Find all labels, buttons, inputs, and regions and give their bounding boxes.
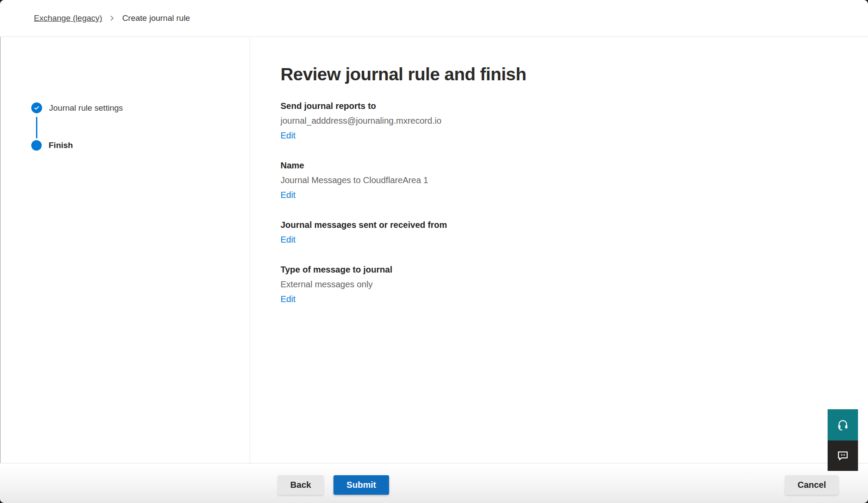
top-bar: Exchange (legacy) Create journal rule xyxy=(0,0,868,37)
step-completed-check-icon xyxy=(31,102,42,113)
section-label: Journal messages sent or received from xyxy=(281,220,842,230)
edit-send-journal-reports-link[interactable]: Edit xyxy=(281,131,295,141)
feedback-button[interactable] xyxy=(828,441,858,471)
page-title: Review journal rule and finish xyxy=(281,64,842,85)
step-connector-line xyxy=(36,117,37,138)
wizard-step-finish[interactable]: Finish xyxy=(31,140,73,151)
headset-icon xyxy=(836,418,849,431)
breadcrumb-create-journal-rule: Create journal rule xyxy=(122,13,190,23)
step-current-dot-icon xyxy=(31,140,42,151)
section-label: Name xyxy=(281,161,842,171)
submit-button[interactable]: Submit xyxy=(333,475,389,495)
section-journal-messages-sent-or-received: Journal messages sent or received from E… xyxy=(281,220,842,245)
exchange-admin-window: Exchange (legacy) Create journal rule Jo… xyxy=(0,0,868,503)
section-name: Name Journal Messages to CloudflareArea … xyxy=(281,161,842,200)
chevron-right-icon xyxy=(109,15,115,21)
back-button[interactable]: Back xyxy=(278,475,323,495)
wizard-step-journal-rule-settings[interactable]: Journal rule settings xyxy=(31,102,123,113)
breadcrumb-exchange-legacy[interactable]: Exchange (legacy) xyxy=(34,13,102,23)
edit-name-link[interactable]: Edit xyxy=(281,190,295,200)
breadcrumb: Exchange (legacy) Create journal rule xyxy=(34,13,190,23)
feedback-icon xyxy=(836,449,849,462)
wizard-step-label: Journal rule settings xyxy=(49,103,123,113)
section-label: Type of message to journal xyxy=(281,265,842,275)
section-value: journal_adddress@journaling.mxrecord.io xyxy=(281,116,842,126)
wizard-step-panel: Journal rule settings Finish xyxy=(0,37,250,463)
wizard-step-label: Finish xyxy=(49,141,73,150)
cancel-button[interactable]: Cancel xyxy=(785,475,838,495)
section-value: External messages only xyxy=(281,279,842,289)
review-content: Review journal rule and finish Send jour… xyxy=(251,37,868,463)
section-type-of-message: Type of message to journal External mess… xyxy=(281,265,842,304)
section-send-journal-reports-to: Send journal reports to journal_adddress… xyxy=(281,101,842,141)
help-button[interactable] xyxy=(828,409,858,441)
section-label: Send journal reports to xyxy=(281,101,842,111)
edit-journal-messages-link[interactable]: Edit xyxy=(281,235,295,245)
edit-type-of-message-link[interactable]: Edit xyxy=(281,294,295,304)
footer-action-bar: Back Submit Cancel xyxy=(0,463,868,503)
section-value: Journal Messages to CloudflareArea 1 xyxy=(281,175,842,185)
